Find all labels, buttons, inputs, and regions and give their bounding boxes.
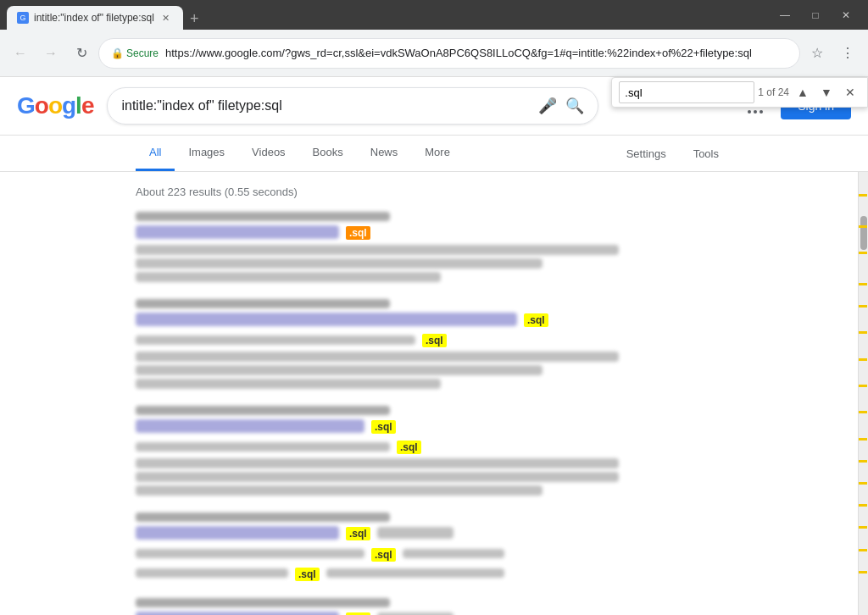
new-tab-button[interactable]: + — [186, 10, 203, 28]
search-result: .sql .sql — [136, 299, 644, 389]
search-result: .sql — [136, 212, 644, 282]
tab-videos-label: Videos — [252, 146, 286, 158]
logo-e: e — [81, 92, 94, 119]
search-query: intitle:"index of" filetype:sql — [121, 98, 530, 114]
sql-badge-orange: .sql — [346, 224, 370, 240]
logo-g2: g — [62, 92, 75, 119]
find-marker — [859, 331, 867, 334]
sql-badge-yellow: .sql — [346, 525, 370, 540]
url-bar[interactable]: 🔒 Secure https://www.google.com/?gws_rd=… — [98, 38, 800, 69]
tab-all[interactable]: All — [136, 136, 175, 171]
tab-close-button[interactable]: ✕ — [159, 11, 173, 25]
lock-icon: 🔒 — [111, 47, 124, 59]
tab-all-label: All — [149, 146, 161, 158]
result-snippet-line3 — [136, 272, 441, 282]
tab-images[interactable]: Images — [175, 136, 238, 171]
tab-images-label: Images — [188, 146, 225, 158]
tab-more-label: More — [425, 146, 450, 158]
find-input[interactable] — [619, 81, 754, 103]
tab-more[interactable]: More — [411, 136, 464, 171]
tab-title: intitle:"index of" filetype:sql — [34, 12, 154, 24]
scroll-thumb[interactable] — [860, 216, 867, 250]
tab-favicon: G — [17, 12, 29, 24]
result-snippet-line2 — [136, 458, 619, 468]
search-box[interactable]: intitle:"index of" filetype:sql 🎤 🔍 — [107, 87, 598, 125]
result-title-row: .sql — [136, 611, 644, 615]
scroll-track[interactable] — [858, 172, 868, 615]
tab-news[interactable]: News — [357, 136, 412, 171]
tab-videos[interactable]: Videos — [238, 136, 299, 171]
logo-o2: o — [48, 92, 62, 119]
result-snippet-line1 — [136, 442, 390, 452]
find-marker — [859, 305, 867, 308]
result-title[interactable] — [136, 419, 364, 433]
logo-l: l — [75, 92, 81, 119]
title-bar: G intitle:"index of" filetype:sql ✕ + — … — [0, 0, 868, 30]
search-box-wrapper: intitle:"index of" filetype:sql 🎤 🔍 — [107, 87, 598, 125]
tab-settings[interactable]: Settings — [613, 137, 680, 170]
logo-g: G — [17, 92, 35, 119]
result-url — [136, 512, 390, 522]
find-marker — [859, 482, 867, 485]
tab-news-label: News — [370, 146, 398, 158]
bookmark-button[interactable]: ☆ — [804, 40, 831, 67]
find-marker — [859, 571, 867, 573]
tab-tools[interactable]: Tools — [680, 137, 732, 170]
sql-badge-yellow2: .sql — [397, 439, 421, 455]
microphone-icon[interactable]: 🎤 — [538, 97, 557, 115]
sql-badge-yellow: .sql — [524, 312, 548, 327]
maximize-button[interactable]: □ — [800, 0, 831, 30]
result-snippet-line1 — [136, 549, 364, 558]
results-container: About 223 results (0.55 seconds) .sql — [0, 172, 858, 615]
window-controls: — □ ✕ — [770, 0, 861, 30]
address-bar: ← → ↻ 🔒 Secure https://www.google.com/?g… — [0, 30, 868, 77]
search-tabs: All Images Videos Books News More Settin… — [0, 136, 868, 172]
result-snippet-line1 — [136, 245, 619, 255]
result-title[interactable] — [136, 612, 339, 615]
results-area: About 223 results (0.55 seconds) .sql — [0, 172, 858, 615]
forward-button[interactable]: → — [37, 40, 64, 67]
tab-books-label: Books — [313, 146, 343, 158]
secure-badge: 🔒 Secure — [111, 47, 159, 59]
reload-button[interactable]: ↻ — [68, 40, 95, 67]
sql-badge-yellow2: .sql — [371, 546, 396, 562]
result-title[interactable] — [136, 313, 517, 326]
result-snippet-line4 — [136, 485, 542, 496]
find-close-button[interactable]: ✕ — [840, 82, 860, 102]
search-result: .sql .sql .sql — [136, 512, 644, 581]
active-tab[interactable]: G intitle:"index of" filetype:sql ✕ — [7, 6, 183, 30]
result-title[interactable] — [136, 225, 339, 239]
search-result: .sql .sql — [136, 406, 644, 496]
find-marker — [859, 549, 867, 551]
result-title-row: .sql — [136, 418, 644, 434]
result-title[interactable] — [136, 526, 339, 540]
tab-books[interactable]: Books — [299, 136, 357, 171]
find-bar: 1 of 24 ▲ ▼ ✕ — [611, 77, 868, 108]
chrome-window: G intitle:"index of" filetype:sql ✕ + — … — [0, 0, 868, 615]
result-snippet-line3 — [136, 365, 542, 375]
result-snippet-line3 — [326, 568, 504, 578]
logo-o1: o — [35, 92, 48, 119]
find-marker — [859, 252, 867, 254]
sql-badge-yellow: .sql — [422, 332, 447, 348]
minimize-button[interactable]: — — [770, 0, 800, 30]
main-content: About 223 results (0.55 seconds) .sql — [0, 172, 868, 615]
find-prev-button[interactable]: ▲ — [793, 82, 813, 102]
result-snippet-line1 — [136, 335, 415, 345]
url-text: https://www.google.com/?gws_rd=cr,ssl&ei… — [165, 47, 787, 59]
sql-badge-yellow: .sql — [371, 418, 396, 434]
menu-button[interactable]: ⋮ — [834, 40, 861, 67]
find-marker — [859, 358, 867, 361]
close-button[interactable]: ✕ — [831, 0, 861, 30]
google-logo: Google — [17, 92, 93, 119]
find-count: 1 of 24 — [758, 86, 789, 98]
back-button[interactable]: ← — [7, 40, 34, 67]
find-next-button[interactable]: ▼ — [816, 82, 837, 102]
search-icon[interactable]: 🔍 — [565, 97, 584, 115]
find-marker — [859, 225, 867, 228]
result-title-row: .sql — [136, 312, 644, 327]
find-marker — [859, 438, 867, 440]
result-snippet-part2 — [403, 549, 504, 558]
result-snippet-line2 — [136, 258, 542, 269]
tab-bar: G intitle:"index of" filetype:sql ✕ + — [7, 0, 202, 30]
